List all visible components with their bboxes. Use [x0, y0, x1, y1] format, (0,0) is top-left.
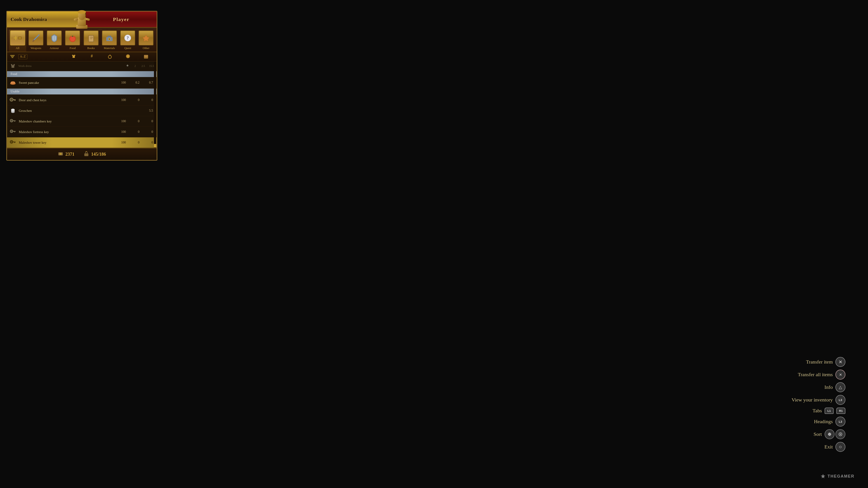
- headings-button[interactable]: L3: [835, 417, 845, 427]
- col-shirt-icon: [68, 54, 79, 60]
- svg-rect-55: [13, 121, 16, 121]
- scrollbar-track: [154, 61, 156, 148]
- currency-value: 2371: [65, 152, 74, 157]
- svg-point-16: [70, 36, 75, 41]
- svg-point-52: [11, 109, 15, 110]
- quest-icon-svg: ?: [123, 33, 133, 43]
- fortress-key-svg: [9, 128, 17, 135]
- transfer-all-button[interactable]: ✕: [835, 369, 845, 380]
- food-header-label: Food: [11, 72, 17, 76]
- svg-point-32: [108, 55, 112, 59]
- weight-current: 145: [91, 152, 98, 157]
- other-icon-svg: [141, 33, 151, 43]
- sort-buttons: [825, 429, 845, 439]
- tab-other[interactable]: Other: [137, 30, 155, 52]
- svg-point-59: [11, 131, 12, 132]
- watermark-text: THEGAMER: [828, 474, 855, 479]
- view-inventory-btn-icon: L3: [839, 398, 842, 402]
- usable-header-label: Usable: [11, 90, 20, 93]
- exit-button[interactable]: ○: [835, 442, 845, 452]
- sort-label: Sort: [813, 431, 822, 437]
- partial-item-icon: [9, 62, 17, 70]
- partial-val3: 2.5: [137, 64, 146, 68]
- tab-books[interactable]: Books: [82, 30, 100, 52]
- svg-point-35: [126, 55, 130, 58]
- svg-rect-5: [74, 18, 78, 21]
- partial-item-row[interactable]: Work dress 2 2.5 15.5: [7, 61, 157, 71]
- decorative-statue: [73, 9, 91, 30]
- controls-panel: Transfer item ✕ Transfer all items ✕ Inf…: [792, 357, 845, 452]
- door-chest-keys-val1: 100: [114, 98, 128, 102]
- svg-rect-8: [16, 36, 16, 40]
- transfer-item-button[interactable]: ✕: [835, 357, 845, 367]
- exit-row: Exit ○: [825, 442, 845, 452]
- tabs-l1-icon: L1: [827, 409, 831, 413]
- shirt-icon: [71, 54, 76, 59]
- door-chest-keys-row[interactable]: Door and chest keys 100 0 0: [7, 95, 157, 105]
- svg-point-77: [830, 434, 831, 435]
- maleshov-fortress-icon: [9, 128, 17, 136]
- groschen-name: Groschen: [19, 109, 114, 113]
- view-inventory-button[interactable]: L3: [835, 395, 845, 405]
- sort-az-button[interactable]: A↓Z: [18, 54, 27, 59]
- tab-weapons-label: Weapons: [31, 46, 41, 50]
- maleshov-chambers-key-row[interactable]: Maleshov chambers key 100 0 0: [7, 116, 157, 127]
- maleshov-tower-key-row[interactable]: Maleshov tower key 100 0 0: [7, 137, 157, 148]
- svg-point-45: [11, 99, 12, 100]
- tab-materials[interactable]: Materials: [101, 30, 118, 52]
- tab-armour[interactable]: Armour: [46, 30, 63, 52]
- tower-key-svg: [9, 139, 17, 146]
- svg-point-43: [11, 81, 15, 83]
- headings-label: Headings: [814, 419, 833, 424]
- maleshov-fortress-key-row[interactable]: Maleshov fortress key 100 0 0: [7, 127, 157, 137]
- tab-all[interactable]: All: [9, 30, 26, 52]
- svg-rect-39: [146, 57, 147, 57]
- panel-header: Cook Drahomira Player: [7, 11, 157, 28]
- sort-right-button[interactable]: [835, 429, 845, 439]
- armour-icon-svg: [49, 33, 59, 43]
- tab-books-label: Books: [87, 46, 95, 50]
- tab-weapons[interactable]: Weapons: [27, 30, 44, 52]
- maleshov-tower-key-name: Maleshov tower key: [19, 141, 114, 144]
- food-section-header: Food: [7, 71, 157, 77]
- tab-quest-icon: ?: [120, 31, 135, 45]
- groschen-row[interactable]: Groschen 5.5: [7, 105, 157, 116]
- svg-point-63: [10, 140, 13, 143]
- svg-rect-48: [15, 100, 16, 101]
- svg-point-71: [60, 153, 61, 154]
- pancake-svg: [9, 79, 17, 86]
- tab-armour-icon: [47, 31, 62, 45]
- col-chest-icon: [141, 54, 152, 60]
- col-coin-icon: [122, 54, 133, 60]
- tab-other-label: Other: [143, 46, 150, 50]
- scrollbar-thumb[interactable]: [154, 144, 156, 148]
- svg-rect-4: [79, 11, 85, 13]
- tab-quest[interactable]: ? Quest: [119, 30, 136, 52]
- svg-rect-56: [14, 121, 15, 122]
- sort-left-icon: [828, 432, 832, 436]
- sort-az-label: A↓Z: [20, 55, 26, 59]
- door-chest-keys-val3: 0: [141, 98, 155, 102]
- maleshov-fortress-key-val1: 100: [114, 130, 128, 134]
- sweet-pancake-row[interactable]: Sweet pancake 100 0.2 0.7: [7, 77, 157, 88]
- chest-icon: [144, 54, 149, 59]
- transfer-all-row: Transfer all items ✕: [798, 369, 845, 380]
- col-hash-icon: #: [86, 54, 97, 60]
- maleshov-tower-key-val1: 100: [114, 141, 128, 144]
- books-icon-svg: [86, 33, 96, 43]
- npc-name: Cook Drahomira: [11, 17, 47, 22]
- maleshov-chambers-icon: [9, 117, 17, 125]
- svg-rect-60: [13, 131, 16, 132]
- info-button[interactable]: △: [835, 382, 845, 392]
- weight-stat: 145/186: [84, 151, 106, 158]
- transfer-item-row: Transfer item ✕: [806, 357, 845, 367]
- info-btn-icon: △: [839, 385, 842, 390]
- tabs-l1-button[interactable]: L1: [825, 408, 834, 414]
- tabs-r1-button[interactable]: R1: [836, 408, 845, 414]
- weight-display: 145/186: [91, 152, 106, 157]
- tab-food[interactable]: Food: [64, 30, 81, 52]
- svg-point-54: [11, 120, 12, 121]
- sort-left-button[interactable]: [825, 429, 835, 439]
- partial-item-name: Work dress: [18, 64, 123, 68]
- filter-button[interactable]: [9, 54, 16, 60]
